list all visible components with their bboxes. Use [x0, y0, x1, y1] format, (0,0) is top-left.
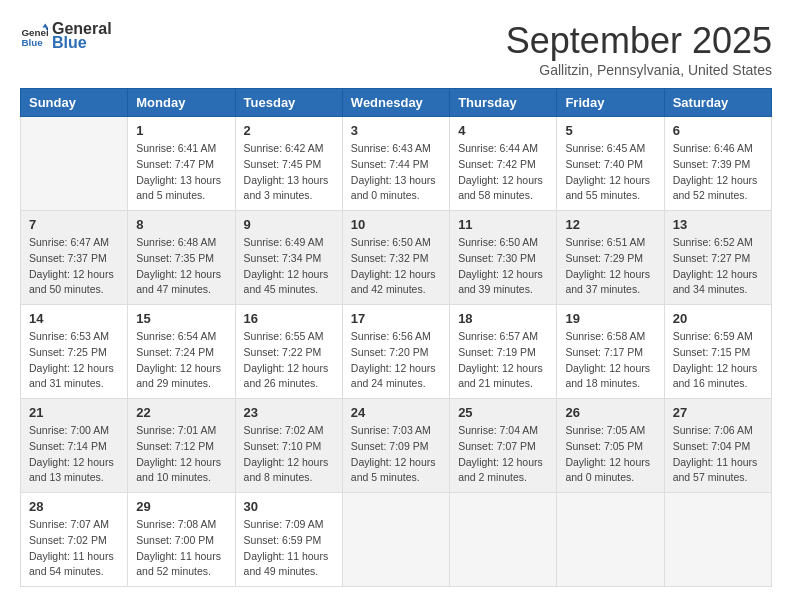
day-number: 27 [673, 405, 763, 420]
month-title: September 2025 [506, 20, 772, 62]
day-info: Sunrise: 7:00 AM Sunset: 7:14 PM Dayligh… [29, 423, 119, 486]
header-row: SundayMondayTuesdayWednesdayThursdayFrid… [21, 89, 772, 117]
day-number: 1 [136, 123, 226, 138]
day-info: Sunrise: 7:04 AM Sunset: 7:07 PM Dayligh… [458, 423, 548, 486]
column-header-thursday: Thursday [450, 89, 557, 117]
day-number: 3 [351, 123, 441, 138]
calendar-cell: 5Sunrise: 6:45 AM Sunset: 7:40 PM Daylig… [557, 117, 664, 211]
calendar-cell: 16Sunrise: 6:55 AM Sunset: 7:22 PM Dayli… [235, 305, 342, 399]
calendar-cell [342, 493, 449, 587]
day-info: Sunrise: 6:44 AM Sunset: 7:42 PM Dayligh… [458, 141, 548, 204]
day-number: 8 [136, 217, 226, 232]
day-number: 20 [673, 311, 763, 326]
calendar-cell: 7Sunrise: 6:47 AM Sunset: 7:37 PM Daylig… [21, 211, 128, 305]
day-info: Sunrise: 7:09 AM Sunset: 6:59 PM Dayligh… [244, 517, 334, 580]
day-number: 24 [351, 405, 441, 420]
calendar-cell: 9Sunrise: 6:49 AM Sunset: 7:34 PM Daylig… [235, 211, 342, 305]
day-number: 13 [673, 217, 763, 232]
day-number: 26 [565, 405, 655, 420]
svg-text:Blue: Blue [21, 37, 43, 48]
calendar-cell: 6Sunrise: 6:46 AM Sunset: 7:39 PM Daylig… [664, 117, 771, 211]
day-info: Sunrise: 6:52 AM Sunset: 7:27 PM Dayligh… [673, 235, 763, 298]
calendar-cell [450, 493, 557, 587]
logo-icon: General Blue [20, 22, 48, 50]
day-info: Sunrise: 7:07 AM Sunset: 7:02 PM Dayligh… [29, 517, 119, 580]
calendar-cell: 20Sunrise: 6:59 AM Sunset: 7:15 PM Dayli… [664, 305, 771, 399]
svg-marker-2 [42, 23, 48, 27]
day-info: Sunrise: 6:49 AM Sunset: 7:34 PM Dayligh… [244, 235, 334, 298]
calendar-cell: 14Sunrise: 6:53 AM Sunset: 7:25 PM Dayli… [21, 305, 128, 399]
day-number: 25 [458, 405, 548, 420]
calendar-cell: 24Sunrise: 7:03 AM Sunset: 7:09 PM Dayli… [342, 399, 449, 493]
day-info: Sunrise: 6:47 AM Sunset: 7:37 PM Dayligh… [29, 235, 119, 298]
calendar-cell: 13Sunrise: 6:52 AM Sunset: 7:27 PM Dayli… [664, 211, 771, 305]
calendar-cell [21, 117, 128, 211]
column-header-monday: Monday [128, 89, 235, 117]
calendar-cell: 1Sunrise: 6:41 AM Sunset: 7:47 PM Daylig… [128, 117, 235, 211]
day-number: 23 [244, 405, 334, 420]
column-header-tuesday: Tuesday [235, 89, 342, 117]
day-info: Sunrise: 7:01 AM Sunset: 7:12 PM Dayligh… [136, 423, 226, 486]
day-info: Sunrise: 6:42 AM Sunset: 7:45 PM Dayligh… [244, 141, 334, 204]
week-row-1: 1Sunrise: 6:41 AM Sunset: 7:47 PM Daylig… [21, 117, 772, 211]
calendar-cell: 28Sunrise: 7:07 AM Sunset: 7:02 PM Dayli… [21, 493, 128, 587]
day-number: 28 [29, 499, 119, 514]
day-number: 17 [351, 311, 441, 326]
day-number: 9 [244, 217, 334, 232]
day-number: 2 [244, 123, 334, 138]
page-header: General Blue General Blue September 2025… [20, 20, 772, 78]
day-info: Sunrise: 6:53 AM Sunset: 7:25 PM Dayligh… [29, 329, 119, 392]
day-info: Sunrise: 6:50 AM Sunset: 7:30 PM Dayligh… [458, 235, 548, 298]
title-section: September 2025 Gallitzin, Pennsylvania, … [506, 20, 772, 78]
day-info: Sunrise: 7:02 AM Sunset: 7:10 PM Dayligh… [244, 423, 334, 486]
calendar-cell: 17Sunrise: 6:56 AM Sunset: 7:20 PM Dayli… [342, 305, 449, 399]
week-row-5: 28Sunrise: 7:07 AM Sunset: 7:02 PM Dayli… [21, 493, 772, 587]
calendar-cell: 3Sunrise: 6:43 AM Sunset: 7:44 PM Daylig… [342, 117, 449, 211]
day-info: Sunrise: 7:06 AM Sunset: 7:04 PM Dayligh… [673, 423, 763, 486]
day-info: Sunrise: 7:05 AM Sunset: 7:05 PM Dayligh… [565, 423, 655, 486]
day-info: Sunrise: 6:58 AM Sunset: 7:17 PM Dayligh… [565, 329, 655, 392]
calendar-cell: 15Sunrise: 6:54 AM Sunset: 7:24 PM Dayli… [128, 305, 235, 399]
day-info: Sunrise: 6:54 AM Sunset: 7:24 PM Dayligh… [136, 329, 226, 392]
calendar-cell: 19Sunrise: 6:58 AM Sunset: 7:17 PM Dayli… [557, 305, 664, 399]
calendar-table: SundayMondayTuesdayWednesdayThursdayFrid… [20, 88, 772, 587]
day-number: 7 [29, 217, 119, 232]
calendar-cell: 26Sunrise: 7:05 AM Sunset: 7:05 PM Dayli… [557, 399, 664, 493]
calendar-cell [664, 493, 771, 587]
day-info: Sunrise: 6:50 AM Sunset: 7:32 PM Dayligh… [351, 235, 441, 298]
calendar-cell: 12Sunrise: 6:51 AM Sunset: 7:29 PM Dayli… [557, 211, 664, 305]
day-number: 30 [244, 499, 334, 514]
day-info: Sunrise: 6:41 AM Sunset: 7:47 PM Dayligh… [136, 141, 226, 204]
day-number: 15 [136, 311, 226, 326]
calendar-cell: 21Sunrise: 7:00 AM Sunset: 7:14 PM Dayli… [21, 399, 128, 493]
calendar-cell: 30Sunrise: 7:09 AM Sunset: 6:59 PM Dayli… [235, 493, 342, 587]
day-info: Sunrise: 6:48 AM Sunset: 7:35 PM Dayligh… [136, 235, 226, 298]
day-number: 19 [565, 311, 655, 326]
calendar-cell: 27Sunrise: 7:06 AM Sunset: 7:04 PM Dayli… [664, 399, 771, 493]
calendar-cell: 23Sunrise: 7:02 AM Sunset: 7:10 PM Dayli… [235, 399, 342, 493]
day-info: Sunrise: 6:43 AM Sunset: 7:44 PM Dayligh… [351, 141, 441, 204]
day-info: Sunrise: 7:03 AM Sunset: 7:09 PM Dayligh… [351, 423, 441, 486]
day-info: Sunrise: 6:57 AM Sunset: 7:19 PM Dayligh… [458, 329, 548, 392]
day-info: Sunrise: 6:56 AM Sunset: 7:20 PM Dayligh… [351, 329, 441, 392]
day-info: Sunrise: 6:55 AM Sunset: 7:22 PM Dayligh… [244, 329, 334, 392]
calendar-cell: 11Sunrise: 6:50 AM Sunset: 7:30 PM Dayli… [450, 211, 557, 305]
column-header-wednesday: Wednesday [342, 89, 449, 117]
calendar-cell: 22Sunrise: 7:01 AM Sunset: 7:12 PM Dayli… [128, 399, 235, 493]
week-row-2: 7Sunrise: 6:47 AM Sunset: 7:37 PM Daylig… [21, 211, 772, 305]
day-number: 5 [565, 123, 655, 138]
day-info: Sunrise: 7:08 AM Sunset: 7:00 PM Dayligh… [136, 517, 226, 580]
calendar-header: SundayMondayTuesdayWednesdayThursdayFrid… [21, 89, 772, 117]
calendar-cell: 2Sunrise: 6:42 AM Sunset: 7:45 PM Daylig… [235, 117, 342, 211]
column-header-friday: Friday [557, 89, 664, 117]
day-number: 4 [458, 123, 548, 138]
calendar-cell: 4Sunrise: 6:44 AM Sunset: 7:42 PM Daylig… [450, 117, 557, 211]
day-info: Sunrise: 6:46 AM Sunset: 7:39 PM Dayligh… [673, 141, 763, 204]
day-number: 6 [673, 123, 763, 138]
day-info: Sunrise: 6:45 AM Sunset: 7:40 PM Dayligh… [565, 141, 655, 204]
day-info: Sunrise: 6:51 AM Sunset: 7:29 PM Dayligh… [565, 235, 655, 298]
day-number: 18 [458, 311, 548, 326]
day-number: 21 [29, 405, 119, 420]
calendar-body: 1Sunrise: 6:41 AM Sunset: 7:47 PM Daylig… [21, 117, 772, 587]
column-header-sunday: Sunday [21, 89, 128, 117]
